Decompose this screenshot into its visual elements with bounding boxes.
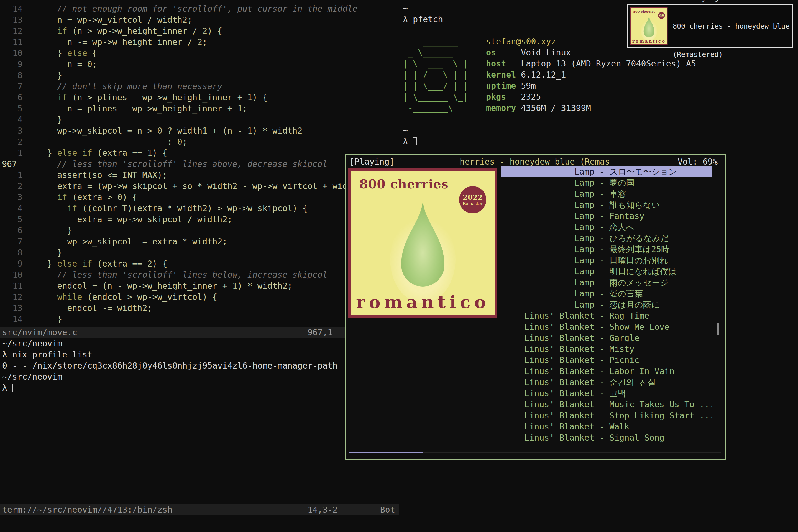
editor-line[interactable]: 11 endcol = (n - wp->w_height_inner + 1)…	[0, 280, 399, 291]
terminal-cursor[interactable]	[413, 137, 417, 146]
track-row[interactable]: Linus' Blanket - Picnic	[501, 355, 712, 366]
track-separator: -	[594, 399, 609, 410]
track-row[interactable]: Lamp - 夢の国	[501, 177, 712, 188]
editor-line[interactable]: 3 if (extra > 0) {	[0, 192, 399, 203]
player-now-playing-title: herries - honeydew blue (Remas	[460, 156, 610, 167]
player-state: [Playing]	[349, 156, 395, 167]
track-row[interactable]: Linus' Blanket - Walk	[501, 421, 712, 432]
text-segment: n = plines - wp->w_height_inner +	[27, 103, 238, 113]
code-text: if (n > plines - wp->w_height_inner + 1)…	[27, 92, 267, 103]
pfetch-label: uptime	[486, 80, 521, 92]
editor-line[interactable]: 9 } else if (extra == 2) {	[0, 258, 399, 269]
editor-line[interactable]: 10 } else {	[0, 48, 399, 59]
code-text: if (extra > 0) {	[27, 192, 137, 203]
track-separator: -	[594, 288, 609, 299]
code-text: }	[27, 225, 72, 236]
code-text: }	[27, 247, 62, 258]
editor-line[interactable]: 4 }	[0, 114, 399, 125]
editor-line[interactable]: 1 } else if (extra == 1) {	[0, 147, 399, 158]
progress-bar[interactable]	[348, 452, 721, 453]
editor-line[interactable]: 14 }	[0, 314, 399, 325]
track-row[interactable]: Linus' Blanket - Signal Song	[501, 432, 712, 443]
line-number: 6	[0, 92, 22, 103]
editor-lines: 14 // not enough room for 'scrolloff', p…	[0, 3, 399, 325]
track-row[interactable]: Linus' Blanket - Rag Time	[501, 310, 712, 321]
code-text: // less than 'scrolloff' lines below, in…	[27, 269, 327, 280]
command-line[interactable]	[0, 515, 399, 532]
pfetch-ascii-art: | | \___/ | |	[403, 80, 486, 92]
track-row[interactable]: Lamp - 恋は月の蔭に	[501, 299, 712, 310]
editor-line[interactable]: 2 extra = (wp->w_skipcol + so * width2 -…	[0, 180, 399, 192]
terminal-cursor[interactable]	[12, 384, 16, 392]
editor-line[interactable]: 5 extra = wp->w_skipcol / width2;	[0, 214, 399, 225]
editor-line[interactable]: 967 // less than 'scrolloff' lines above…	[0, 158, 399, 170]
pfetch-ascii-art: -_______\	[403, 102, 486, 114]
editor-line[interactable]: 1 assert(so <= INT_MAX);	[0, 170, 399, 180]
editor-line[interactable]: 3 wp->w_skipcol = n > 0 ? width1 + (n - …	[0, 125, 399, 136]
pfetch-label: host	[486, 58, 521, 69]
track-row[interactable]: Linus' Blanket - Stop Liking Start ...	[501, 410, 712, 421]
text-segment: wp->w_skipcol = n >	[27, 126, 157, 135]
track-row[interactable]: Linus' Blanket - Music Takes Us To ...	[501, 399, 712, 410]
editor-line[interactable]: 8 }	[0, 247, 399, 258]
track-row[interactable]: Lamp - ひろがるなみだ	[501, 233, 712, 244]
text-segment: if	[82, 148, 92, 158]
scrollbar-thumb[interactable]	[717, 323, 719, 335]
editor-line[interactable]: 6 }	[0, 225, 399, 236]
track-row[interactable]: Lamp - 誰も知らない	[501, 200, 712, 211]
text-segment: 1	[247, 126, 252, 135]
editor-line[interactable]: 2 : 0;	[0, 136, 399, 147]
track-title: ひろがるなみだ	[609, 233, 712, 244]
text-segment: 0	[157, 126, 163, 135]
editor-line[interactable]: 5 n = plines - wp->w_height_inner + 1;	[0, 103, 399, 114]
track-row[interactable]: Lamp - スロ〜モ〜ション	[501, 166, 712, 177]
editor-line[interactable]: 9 n = 0;	[0, 59, 399, 70]
now-playing-notification[interactable]: 800 cherries 2022 Remaster romantico Now…	[627, 4, 793, 48]
track-title: Misty	[609, 344, 712, 355]
track-row[interactable]: Linus' Blanket - Labor In Vain	[501, 366, 712, 377]
track-row[interactable]: Lamp - 愛の言葉	[501, 288, 712, 299]
editor-line[interactable]: 8 }	[0, 70, 399, 81]
track-artist: Linus' Blanket	[501, 344, 594, 355]
track-row[interactable]: Linus' Blanket - 순간의 진실	[501, 377, 712, 388]
code-text: endcol = (n - wp->w_height_inner + 1) * …	[27, 280, 292, 291]
water-drop-icon	[641, 14, 657, 42]
text-segment	[27, 203, 67, 213]
editor-line[interactable]: 13 n = wp->w_virtcol / width2;	[0, 14, 399, 25]
track-row[interactable]: Lamp - 最終列車は25時	[501, 244, 712, 255]
text-segment: if	[82, 259, 92, 268]
track-row[interactable]: Linus' Blanket - Gargle	[501, 332, 712, 344]
editor-line[interactable]: 12 while (endcol > wp->w_virtcol) {	[0, 291, 399, 303]
text-segment: ) * width2;	[238, 281, 292, 291]
track-row[interactable]: Lamp - 明日になれば僕は	[501, 266, 712, 277]
track-row[interactable]: Lamp - 車窓	[501, 188, 712, 200]
track-list: Lamp - スロ〜モ〜ションLamp - 夢の国Lamp - 車窓Lamp -…	[501, 166, 712, 443]
text-segment: ) {	[207, 26, 222, 36]
text-segment: n = wp->w_virtcol / width2;	[27, 15, 192, 25]
track-artist: Lamp	[501, 299, 594, 310]
track-row[interactable]: Lamp - 恋人へ	[501, 222, 712, 233]
text-segment: :	[27, 137, 177, 147]
track-separator: -	[594, 321, 609, 332]
text-segment: ~	[403, 125, 408, 135]
track-row[interactable]: Lamp - 雨のメッセージ	[501, 277, 712, 288]
statusline-filename: src/nvim/move.c	[2, 327, 77, 337]
editor-line[interactable]: 10 // less than 'scrolloff' lines below,…	[0, 269, 399, 280]
track-row[interactable]: Linus' Blanket - Show Me Love	[501, 321, 712, 332]
album-cover: 800 cherries 2022 Remaster romantico	[348, 168, 497, 318]
track-row[interactable]: Lamp - Fantasy	[501, 211, 712, 222]
line-number: 14	[0, 3, 22, 14]
editor-line[interactable]: 11 n -= wp->w_height_inner / 2;	[0, 37, 399, 48]
track-row[interactable]: Linus' Blanket - 고백	[501, 388, 712, 399]
editor-line[interactable]: 14 // not enough room for 'scrolloff', p…	[0, 3, 399, 14]
editor-line[interactable]: 7 wp->w_skipcol -= extra * width2;	[0, 236, 399, 247]
editor-line[interactable]: 6 if (n > plines - wp->w_height_inner + …	[0, 92, 399, 103]
editor-line[interactable]: 4 if ((colnr_T)(extra * width2) > wp->w_…	[0, 203, 399, 214]
track-row[interactable]: Linus' Blanket - Misty	[501, 344, 712, 355]
editor-line[interactable]: 12 if (n > wp->w_height_inner / 2) {	[0, 25, 399, 37]
track-artist: Lamp	[501, 277, 594, 288]
editor-line[interactable]: 13 endcol -= width2;	[0, 303, 399, 314]
text-segment: }	[27, 48, 67, 58]
editor-line[interactable]: 7 // don't skip more than necessary	[0, 81, 399, 92]
track-row[interactable]: Lamp - 日曜日のお別れ	[501, 255, 712, 266]
